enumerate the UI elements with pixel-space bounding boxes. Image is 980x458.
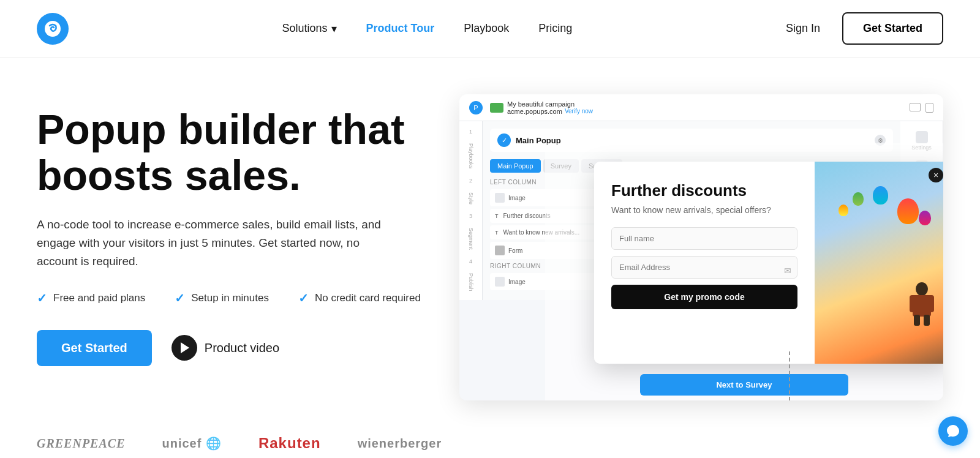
svg-rect-4 <box>927 295 934 312</box>
list-item-text-1: Image <box>508 195 526 201</box>
brand-unicef: unicef 🌐 <box>162 436 221 451</box>
sidebar-num-1: 1 <box>469 129 472 135</box>
product-video-button[interactable]: Product video <box>172 335 279 361</box>
popup-close-button[interactable]: × <box>929 168 943 182</box>
popup-right: × <box>815 162 943 364</box>
check-free-plans: ✓ Free and paid plans <box>37 291 145 306</box>
nav-solutions[interactable]: Solutions ▾ <box>282 22 337 36</box>
hero-description: A no-code tool to increase e-commerce sa… <box>37 216 392 271</box>
logo[interactable] <box>37 13 69 45</box>
svg-rect-6 <box>924 315 930 326</box>
settings-icon <box>916 131 928 143</box>
list-item-text-2: Further discounts <box>503 212 551 219</box>
check-icon-3: ✓ <box>298 291 309 306</box>
check-setup: ✓ Setup in minutes <box>175 291 269 306</box>
text-icon-2: T <box>495 230 499 236</box>
sidebar-style[interactable]: Style <box>468 192 474 205</box>
nav-playbook[interactable]: Playbook <box>464 22 509 35</box>
email-icon: ✉ <box>784 266 791 276</box>
svg-rect-3 <box>910 295 917 312</box>
popup-subtext: Want to know new arrivals, special offer… <box>611 205 797 215</box>
popup-overlay: Further discounts Want to know new arriv… <box>545 143 943 400</box>
text-icon-1: T <box>495 213 499 219</box>
app-logo-small: P <box>469 101 483 114</box>
list-item-text-4: Form <box>508 247 522 254</box>
sidebar-segment[interactable]: Segment <box>468 228 474 250</box>
desktop-icon[interactable] <box>910 103 921 111</box>
verify-link[interactable]: Verify now <box>565 108 593 115</box>
svg-point-0 <box>45 21 61 37</box>
balloon-5 <box>839 205 848 216</box>
list-item-icon-4 <box>495 246 505 255</box>
mobile-icon[interactable] <box>925 103 933 113</box>
campaign-icon <box>490 103 503 113</box>
list-item-text-5: Image <box>508 279 526 285</box>
sidebar-num-4: 4 <box>469 258 472 265</box>
chat-widget[interactable] <box>938 416 968 446</box>
brand-greenpeace: GREENPEACE <box>37 437 125 451</box>
balloon-1 <box>897 198 919 224</box>
hero-right: P My beautiful campaign acme.popups.com … <box>459 94 943 400</box>
app-mockup: P My beautiful campaign acme.popups.com … <box>459 94 943 400</box>
chevron-down-icon: ▾ <box>331 22 337 36</box>
hero-actions: Get Started Product video <box>37 330 435 366</box>
check-icon-2: ✓ <box>175 291 185 306</box>
popup-left: Further discounts Want to know new arriv… <box>594 162 815 364</box>
list-item-icon-5 <box>495 277 505 287</box>
hero-section: Popup builder that boosts sales. A no-co… <box>0 58 980 425</box>
campaign-url: acme.popups.com <box>507 108 562 115</box>
chat-icon <box>946 424 960 438</box>
get-started-nav-button[interactable]: Get Started <box>842 12 943 45</box>
get-started-hero-button[interactable]: Get Started <box>37 330 152 366</box>
hero-left: Popup builder that boosts sales. A no-co… <box>37 94 435 366</box>
brand-wienerberger: wienerberger <box>358 437 442 451</box>
nav-right: Sign In Get Started <box>786 12 943 45</box>
check-icon-1: ✓ <box>37 291 47 306</box>
balloon-4 <box>853 192 864 206</box>
campaign-info: My beautiful campaign acme.popups.com Ve… <box>490 100 593 115</box>
svg-rect-5 <box>914 315 920 326</box>
nav-product-tour[interactable]: Product Tour <box>366 22 435 35</box>
app-sidebar-left: 1 Playbooks 2 Style 3 Segment 4 Publish <box>459 121 483 300</box>
sidebar-num-2: 2 <box>469 178 472 184</box>
survey-button[interactable]: Next to Survey <box>640 374 848 396</box>
popup-card: Further discounts Want to know new arriv… <box>594 162 943 364</box>
sign-in-link[interactable]: Sign In <box>786 22 820 35</box>
balloon-3 <box>919 211 931 225</box>
list-item-icon-1 <box>495 193 505 203</box>
topbar-right <box>910 103 933 113</box>
panel-icon: ✓ <box>497 133 511 147</box>
sidebar-playbooks[interactable]: Playbooks <box>468 143 474 169</box>
tab-main-popup[interactable]: Main Popup <box>490 159 541 173</box>
popup-cta-button[interactable]: Get my promo code <box>611 285 797 309</box>
popup-email-input[interactable] <box>611 256 797 279</box>
popup-fullname-input[interactable] <box>611 227 797 250</box>
nav-links: Solutions ▾ Product Tour Playbook Pricin… <box>282 22 573 36</box>
nav-pricing[interactable]: Pricing <box>538 22 572 35</box>
person-silhouette <box>907 278 937 327</box>
navigation: Solutions ▾ Product Tour Playbook Pricin… <box>0 0 980 58</box>
check-no-cc: ✓ No credit card required <box>298 291 421 306</box>
app-topbar: P My beautiful campaign acme.popups.com … <box>459 94 943 121</box>
hero-title: Popup builder that boosts sales. <box>37 107 435 198</box>
play-icon <box>172 335 197 361</box>
dashed-line <box>789 351 790 400</box>
balloon-2 <box>873 186 888 205</box>
brands-section: GREENPEACE unicef 🌐 Rakuten wienerberger <box>0 425 980 458</box>
svg-point-1 <box>916 282 928 296</box>
sidebar-publish[interactable]: Publish <box>468 273 474 291</box>
popup-headline: Further discounts <box>611 181 797 200</box>
brand-rakuten: Rakuten <box>258 435 321 452</box>
sidebar-num-3: 3 <box>469 213 472 219</box>
hero-checks: ✓ Free and paid plans ✓ Setup in minutes… <box>37 291 435 306</box>
